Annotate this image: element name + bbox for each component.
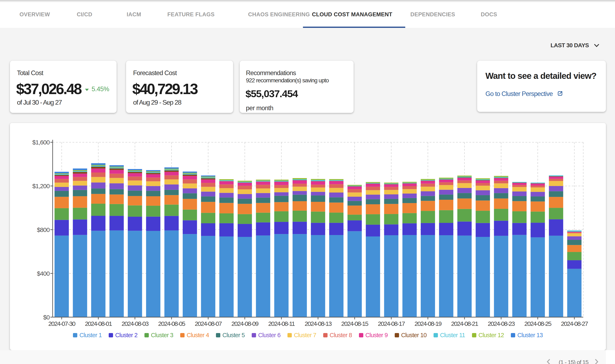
svg-text:$1,600: $1,600 [32, 139, 50, 146]
svg-text:$800: $800 [37, 226, 50, 233]
svg-text:2024-08-11: 2024-08-11 [268, 320, 295, 327]
svg-text:2024-08-19: 2024-08-19 [415, 320, 442, 327]
svg-text:2024-08-13: 2024-08-13 [305, 320, 332, 327]
svg-text:2024-08-23: 2024-08-23 [488, 320, 515, 327]
svg-text:2024-07-30: 2024-07-30 [48, 320, 75, 327]
svg-text:2024-08-17: 2024-08-17 [378, 320, 405, 327]
svg-text:2024-08-07: 2024-08-07 [195, 320, 222, 327]
svg-text:2024-08-09: 2024-08-09 [231, 320, 259, 327]
svg-text:2024-08-15: 2024-08-15 [341, 320, 368, 327]
svg-text:2024-08-27: 2024-08-27 [561, 320, 588, 327]
svg-text:2024-08-25: 2024-08-25 [524, 320, 551, 327]
svg-text:2024-08-05: 2024-08-05 [158, 320, 185, 327]
svg-text:2024-08-01: 2024-08-01 [85, 320, 112, 327]
svg-text:$1,200: $1,200 [32, 183, 50, 189]
svg-text:2024-08-21: 2024-08-21 [451, 320, 478, 327]
svg-text:$400: $400 [37, 270, 50, 277]
svg-text:2024-08-03: 2024-08-03 [122, 320, 149, 327]
svg-text:$0: $0 [43, 314, 50, 321]
